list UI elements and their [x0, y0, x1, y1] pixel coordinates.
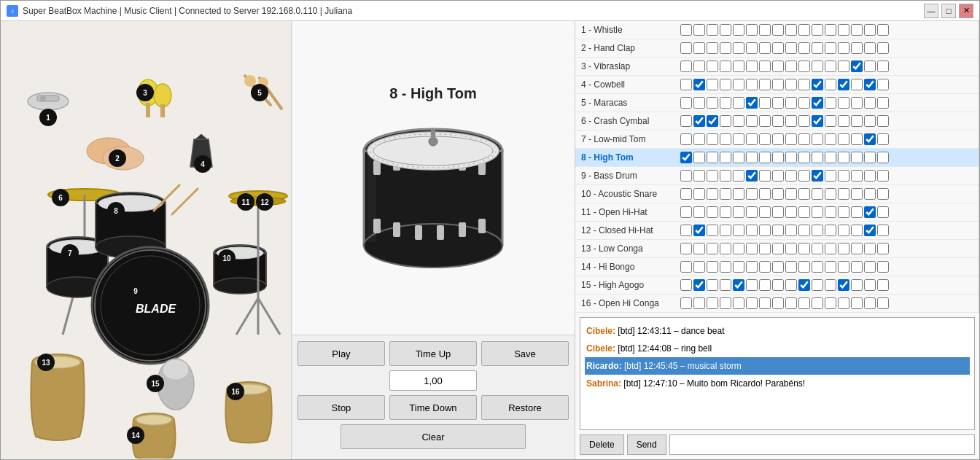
beat-cb-11-13[interactable]	[838, 206, 849, 218]
beat-cb-12-3[interactable]	[707, 225, 718, 236]
beat-cb-15-3[interactable]	[707, 279, 718, 291]
beat-cb-4-3[interactable]	[707, 79, 718, 90]
beat-cb-9-16[interactable]	[877, 170, 889, 182]
beat-cb-4-15[interactable]	[864, 79, 876, 90]
beat-cb-15-6[interactable]	[746, 279, 758, 291]
beat-cb-15-15[interactable]	[864, 279, 876, 291]
beat-cb-4-7[interactable]	[759, 79, 771, 90]
beat-cb-1-9[interactable]	[785, 24, 797, 36]
beat-row-4[interactable]: 4 - Cowbell	[575, 76, 979, 94]
beat-cb-11-12[interactable]	[825, 206, 836, 218]
beat-cb-16-8[interactable]	[772, 297, 784, 309]
beat-cb-16-11[interactable]	[812, 297, 823, 309]
beat-cb-12-11[interactable]	[812, 225, 823, 236]
beat-cb-3-16[interactable]	[877, 61, 889, 72]
beat-cb-1-5[interactable]	[733, 24, 744, 36]
beat-cb-9-3[interactable]	[707, 170, 718, 182]
beat-cb-10-10[interactable]	[798, 188, 810, 200]
beat-cb-10-8[interactable]	[772, 188, 784, 200]
stop-button[interactable]: Stop	[298, 395, 385, 420]
beat-cb-7-7[interactable]	[759, 133, 771, 145]
beat-cb-10-2[interactable]	[693, 188, 705, 200]
beat-cb-2-9[interactable]	[785, 42, 797, 54]
beat-cb-6-10[interactable]	[798, 115, 810, 127]
beat-cb-13-12[interactable]	[825, 243, 836, 254]
beat-row-16[interactable]: 16 - Open Hi Conga	[575, 295, 979, 313]
beat-cb-15-9[interactable]	[785, 279, 797, 291]
beat-cb-9-1[interactable]	[680, 170, 692, 182]
beat-cb-12-13[interactable]	[838, 225, 849, 236]
beat-cb-1-16[interactable]	[877, 24, 889, 36]
beat-cb-9-4[interactable]	[720, 170, 731, 182]
clear-button[interactable]: Clear	[341, 424, 526, 449]
beat-cb-12-14[interactable]	[851, 225, 863, 236]
beat-cb-14-14[interactable]	[851, 261, 863, 273]
beat-cb-10-7[interactable]	[759, 188, 771, 200]
beat-cb-12-4[interactable]	[720, 225, 731, 236]
beat-cb-16-7[interactable]	[759, 297, 771, 309]
beat-cb-16-2[interactable]	[693, 297, 705, 309]
beat-cb-12-6[interactable]	[746, 225, 758, 236]
beat-cb-13-2[interactable]	[693, 243, 705, 254]
beat-row-13[interactable]: 13 - Low Conga	[575, 240, 979, 258]
beat-cb-8-13[interactable]	[838, 152, 849, 163]
beat-cb-12-9[interactable]	[785, 225, 797, 236]
beat-cb-8-9[interactable]	[785, 152, 797, 163]
beat-row-6[interactable]: 6 - Crash Cymbal	[575, 112, 979, 130]
beat-cb-12-8[interactable]	[772, 225, 784, 236]
beat-cb-15-5[interactable]	[733, 279, 744, 291]
beat-cb-2-10[interactable]	[798, 42, 810, 54]
beat-cb-5-2[interactable]	[693, 97, 705, 109]
beat-cb-3-13[interactable]	[838, 61, 849, 72]
beat-cb-3-5[interactable]	[733, 61, 744, 72]
beat-row-7[interactable]: 7 - Low-mid Tom	[575, 130, 979, 149]
beat-cb-16-10[interactable]	[798, 297, 810, 309]
beat-cb-10-15[interactable]	[864, 188, 876, 200]
beat-cb-8-15[interactable]	[864, 152, 876, 163]
beat-cb-16-5[interactable]	[733, 297, 744, 309]
beat-cb-10-14[interactable]	[851, 188, 863, 200]
beat-cb-2-15[interactable]	[864, 42, 876, 54]
beat-cb-4-11[interactable]	[812, 79, 823, 90]
beat-cb-3-10[interactable]	[798, 61, 810, 72]
beat-cb-14-16[interactable]	[877, 261, 889, 273]
beat-cb-15-16[interactable]	[877, 279, 889, 291]
delete-button[interactable]: Delete	[580, 434, 624, 455]
beat-cb-1-4[interactable]	[720, 24, 731, 36]
beat-cb-3-6[interactable]	[746, 61, 758, 72]
beat-cb-7-12[interactable]	[825, 133, 836, 145]
beat-cb-6-11[interactable]	[812, 115, 823, 127]
beat-cb-4-13[interactable]	[838, 79, 849, 90]
beat-row-3[interactable]: 3 - Vibraslap	[575, 58, 979, 76]
beat-cb-13-10[interactable]	[798, 243, 810, 254]
beat-cb-11-1[interactable]	[680, 206, 692, 218]
beat-row-5[interactable]: 5 - Maracas	[575, 94, 979, 112]
beat-cb-2-8[interactable]	[772, 42, 784, 54]
close-button[interactable]: ✕	[959, 4, 973, 18]
beat-row-15[interactable]: 15 - High Agogo	[575, 276, 979, 295]
beat-cb-16-9[interactable]	[785, 297, 797, 309]
beat-cb-5-7[interactable]	[759, 97, 771, 109]
beat-cb-7-9[interactable]	[785, 133, 797, 145]
beat-cb-11-8[interactable]	[772, 206, 784, 218]
beat-cb-7-14[interactable]	[851, 133, 863, 145]
beat-cb-5-14[interactable]	[851, 97, 863, 109]
beat-cb-9-15[interactable]	[864, 170, 876, 182]
beat-cb-10-9[interactable]	[785, 188, 797, 200]
beat-cb-11-5[interactable]	[733, 206, 744, 218]
beat-cb-9-10[interactable]	[798, 170, 810, 182]
beat-cb-15-14[interactable]	[851, 279, 863, 291]
beat-cb-13-11[interactable]	[812, 243, 823, 254]
beat-cb-3-15[interactable]	[864, 61, 876, 72]
beat-cb-8-5[interactable]	[733, 152, 744, 163]
beat-cb-13-5[interactable]	[733, 243, 744, 254]
beat-cb-6-14[interactable]	[851, 115, 863, 127]
beat-cb-3-8[interactable]	[772, 61, 784, 72]
beat-cb-8-11[interactable]	[812, 152, 823, 163]
beat-cb-16-4[interactable]	[720, 297, 731, 309]
beat-cb-13-16[interactable]	[877, 243, 889, 254]
beat-cb-10-13[interactable]	[838, 188, 849, 200]
beat-cb-8-3[interactable]	[707, 152, 718, 163]
beat-cb-4-6[interactable]	[746, 79, 758, 90]
beat-cb-2-16[interactable]	[877, 42, 889, 54]
